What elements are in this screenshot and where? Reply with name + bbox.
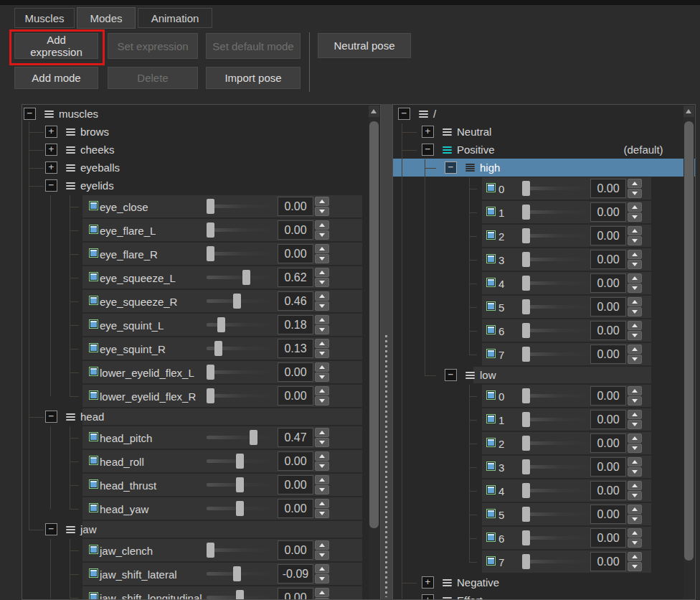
slider-handle[interactable]	[236, 590, 244, 600]
expander-toggle[interactable]: −	[24, 108, 36, 120]
slider-handle[interactable]	[522, 388, 530, 403]
expander-toggle[interactable]: −	[445, 369, 457, 381]
spin-down-button[interactable]	[315, 349, 329, 358]
slider-handle[interactable]	[236, 477, 244, 492]
slider-handle[interactable]	[522, 299, 530, 314]
spin-up-button[interactable]	[628, 226, 642, 235]
scroll-up-arrow[interactable]	[369, 106, 379, 117]
spin-up-button[interactable]	[628, 273, 642, 283]
slider-track[interactable]	[207, 483, 273, 487]
tree-group-eyelids[interactable]: −eyelids	[22, 177, 380, 194]
slider-track[interactable]	[522, 329, 588, 332]
spin-up-button[interactable]	[315, 588, 329, 597]
spin-down-button[interactable]	[628, 260, 642, 269]
slider-handle[interactable]	[207, 199, 214, 214]
slider-handle[interactable]	[250, 430, 257, 445]
tree-group-muscles[interactable]: −muscles	[22, 105, 380, 123]
enabled-checkbox-icon[interactable]	[486, 207, 496, 216]
expander-toggle[interactable]: −	[445, 161, 457, 174]
value-field[interactable]: 0.00	[590, 297, 626, 317]
spin-up-button[interactable]	[315, 475, 329, 484]
tree-group-neutral[interactable]: +Neutral	[393, 123, 695, 141]
enabled-checkbox-icon[interactable]	[486, 485, 496, 494]
value-field[interactable]: 0.00	[590, 273, 626, 293]
value-field[interactable]: 0.62	[278, 268, 313, 287]
slider-handle[interactable]	[217, 317, 225, 332]
enabled-checkbox-icon[interactable]	[89, 296, 98, 305]
spin-up-button[interactable]	[315, 315, 329, 324]
spin-up-button[interactable]	[628, 505, 642, 514]
spin-down-button[interactable]	[315, 485, 329, 494]
spin-up-button[interactable]	[628, 202, 642, 212]
scroll-up-arrow[interactable]	[684, 106, 694, 117]
enabled-checkbox-icon[interactable]	[89, 592, 98, 600]
slider-track[interactable]	[522, 536, 588, 540]
value-field[interactable]: 0.00	[278, 588, 313, 600]
tree-group-head[interactable]: −head	[22, 408, 380, 426]
value-field[interactable]: 0.00	[590, 226, 626, 245]
value-field[interactable]: 0.00	[590, 344, 626, 364]
slider-handle[interactable]	[233, 294, 241, 309]
value-field[interactable]: 0.00	[590, 250, 626, 269]
slider-track[interactable]	[522, 352, 588, 356]
slider-handle[interactable]	[522, 459, 530, 474]
value-field[interactable]: 0.00	[278, 475, 313, 494]
spin-up-button[interactable]	[315, 386, 329, 395]
value-field[interactable]: 0.00	[590, 321, 626, 340]
expander-toggle[interactable]: +	[45, 126, 57, 138]
enabled-checkbox-icon[interactable]	[89, 225, 98, 234]
slider-handle[interactable]	[522, 436, 530, 451]
enabled-checkbox-icon[interactable]	[89, 390, 98, 400]
expander-toggle[interactable]: −	[45, 411, 57, 423]
value-field[interactable]: 0.00	[278, 362, 313, 382]
value-field[interactable]: 0.00	[278, 499, 313, 518]
expander-toggle[interactable]: −	[45, 523, 57, 535]
slider-handle[interactable]	[207, 388, 214, 403]
tree-group-[interactable]: −/	[393, 105, 695, 123]
enabled-checkbox-icon[interactable]	[486, 183, 496, 192]
slider-track[interactable]	[522, 560, 588, 563]
slider-track[interactable]	[522, 489, 588, 492]
spin-down-button[interactable]	[315, 574, 329, 583]
slider-handle[interactable]	[214, 341, 222, 356]
expander-toggle[interactable]: +	[45, 161, 57, 174]
tab-modes[interactable]: Modes	[77, 7, 136, 29]
slider-handle[interactable]	[522, 554, 530, 569]
value-field[interactable]: 0.00	[590, 386, 626, 406]
value-field[interactable]: 0.00	[278, 451, 313, 471]
expander-toggle[interactable]: +	[422, 576, 434, 589]
slider-track[interactable]	[207, 459, 273, 463]
spin-up-button[interactable]	[628, 250, 642, 259]
spin-down-button[interactable]	[628, 515, 642, 524]
spin-down-button[interactable]	[628, 444, 642, 453]
enabled-checkbox-icon[interactable]	[89, 503, 98, 512]
add-expression-button[interactable]: Add expression	[14, 33, 98, 59]
slider-handle[interactable]	[522, 507, 530, 522]
spin-down-button[interactable]	[315, 207, 329, 216]
spin-up-button[interactable]	[315, 197, 329, 206]
slider-track[interactable]	[207, 299, 273, 303]
spin-up-button[interactable]	[315, 451, 329, 461]
spin-up-button[interactable]	[628, 457, 642, 467]
spin-down-button[interactable]	[628, 396, 642, 406]
enabled-checkbox-icon[interactable]	[89, 201, 98, 210]
scrollbar-thumb[interactable]	[684, 121, 694, 561]
spin-down-button[interactable]	[315, 230, 329, 240]
tree-group-high[interactable]: −high	[393, 159, 695, 177]
spin-down-button[interactable]	[628, 562, 642, 571]
modes-panel-scrollbar[interactable]	[684, 106, 694, 600]
spin-up-button[interactable]	[628, 410, 642, 419]
value-field[interactable]: 0.00	[590, 552, 626, 571]
spin-up-button[interactable]	[315, 339, 329, 348]
value-field[interactable]: 0.47	[278, 428, 313, 447]
slider-track[interactable]	[207, 347, 273, 350]
spin-up-button[interactable]	[315, 428, 329, 437]
slider-track[interactable]	[522, 441, 588, 445]
enabled-checkbox-icon[interactable]	[89, 367, 98, 376]
slider-track[interactable]	[522, 258, 588, 261]
enabled-checkbox-icon[interactable]	[89, 456, 98, 465]
splitter-handle[interactable]	[381, 104, 392, 600]
expander-toggle[interactable]: −	[45, 179, 57, 192]
spin-up-button[interactable]	[628, 344, 642, 354]
slider-handle[interactable]	[522, 412, 530, 427]
